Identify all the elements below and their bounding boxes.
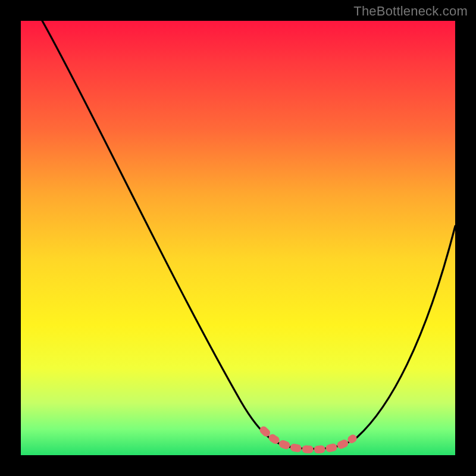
chart-frame: TheBottleneck.com — [0, 0, 476, 476]
bottleneck-curve — [42, 21, 455, 449]
watermark-text: TheBottleneck.com — [353, 4, 468, 19]
optimal-band — [264, 430, 353, 449]
curve-layer — [21, 21, 455, 455]
plot-area — [21, 21, 455, 455]
